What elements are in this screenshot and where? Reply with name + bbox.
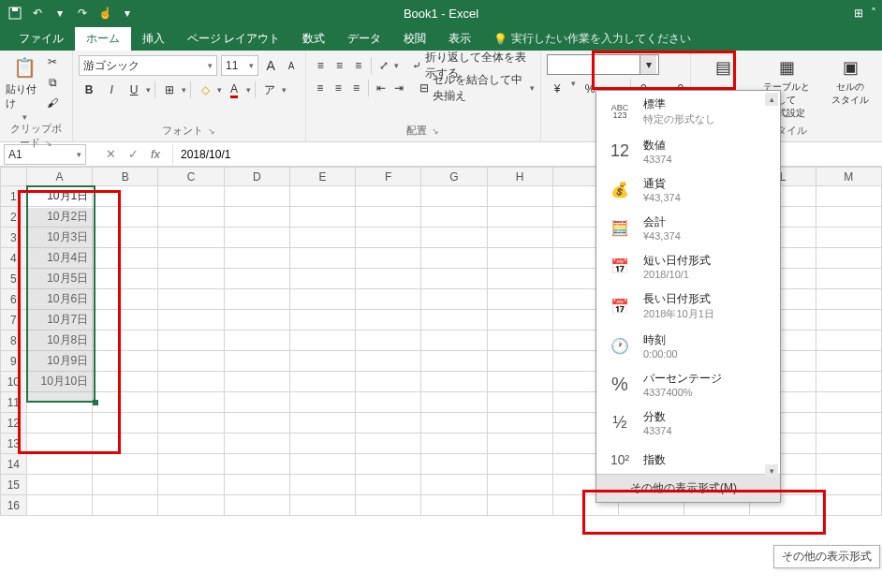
cell[interactable]: 10月10日 xyxy=(26,372,93,392)
cell[interactable]: 10月8日 xyxy=(26,331,93,351)
copy-icon[interactable]: ⧉ xyxy=(45,75,60,90)
cell[interactable] xyxy=(289,475,355,495)
cell[interactable] xyxy=(93,434,158,454)
tell-me-search[interactable]: 💡 実行したい作業を入力してください xyxy=(493,31,691,51)
col-header[interactable]: H xyxy=(487,168,552,186)
cell[interactable] xyxy=(421,310,487,331)
cell[interactable] xyxy=(421,186,487,207)
cell[interactable] xyxy=(816,495,881,516)
col-header[interactable]: C xyxy=(158,168,224,186)
tab-view[interactable]: 表示 xyxy=(437,27,482,51)
cell[interactable] xyxy=(93,228,158,248)
chevron-down-icon[interactable]: ▾ xyxy=(571,79,576,99)
cell[interactable] xyxy=(289,207,355,228)
cell[interactable] xyxy=(93,269,158,289)
cell[interactable] xyxy=(487,331,552,351)
cell[interactable] xyxy=(816,392,881,413)
cell[interactable] xyxy=(26,475,93,495)
cell[interactable] xyxy=(158,269,224,289)
cell[interactable] xyxy=(289,351,355,372)
cell[interactable] xyxy=(356,248,421,269)
cell[interactable] xyxy=(26,495,93,516)
cell[interactable] xyxy=(421,413,487,434)
cell[interactable] xyxy=(158,351,224,372)
cell[interactable] xyxy=(421,269,487,289)
tab-insert[interactable]: 挿入 xyxy=(131,27,176,51)
col-header[interactable]: D xyxy=(224,168,289,186)
cell[interactable] xyxy=(289,248,355,269)
font-color-button[interactable]: A xyxy=(224,80,244,100)
format-option-accounting[interactable]: 🧮 会計¥43,374 xyxy=(596,209,780,247)
cell[interactable] xyxy=(816,475,881,495)
undo-dropdown-icon[interactable]: ▾ xyxy=(52,6,67,21)
row-header[interactable]: 9 xyxy=(1,351,27,372)
format-option-currency[interactable]: 💰 通貨¥43,374 xyxy=(596,170,780,209)
cell[interactable]: 10月9日 xyxy=(26,351,93,372)
ribbon-options-icon[interactable]: ⊞ xyxy=(854,7,863,20)
redo-icon[interactable]: ↷ xyxy=(75,6,90,21)
decrease-indent-icon[interactable]: ⇤ xyxy=(373,78,389,98)
scroll-up-icon[interactable]: ▴ xyxy=(765,93,778,106)
cell[interactable] xyxy=(356,413,421,434)
font-name-combo[interactable]: 游ゴシック▾ xyxy=(79,55,217,76)
cell[interactable] xyxy=(356,310,421,331)
fill-color-button[interactable]: ◇ xyxy=(195,80,215,100)
cell[interactable] xyxy=(224,269,289,289)
align-bottom-icon[interactable]: ≡ xyxy=(350,55,367,76)
fx-button[interactable]: fx xyxy=(144,144,167,165)
cell[interactable] xyxy=(289,454,355,475)
chevron-down-icon[interactable]: ▾ xyxy=(182,85,186,95)
dialog-launcher-icon[interactable]: ↘ xyxy=(207,126,216,136)
cell[interactable] xyxy=(158,207,224,228)
chevron-down-icon[interactable]: ▾ xyxy=(394,61,399,70)
tab-home[interactable]: ホーム xyxy=(75,27,131,51)
cell[interactable] xyxy=(158,310,224,331)
row-header[interactable]: 13 xyxy=(1,434,27,454)
phonetic-button[interactable]: ア xyxy=(259,80,280,100)
save-icon[interactable] xyxy=(7,6,22,21)
cell[interactable] xyxy=(289,331,355,351)
tab-review[interactable]: 校閲 xyxy=(392,27,437,51)
cell[interactable] xyxy=(487,454,552,475)
cell[interactable] xyxy=(487,289,552,310)
row-header[interactable]: 3 xyxy=(1,228,27,248)
cell[interactable] xyxy=(816,372,881,392)
underline-button[interactable]: U xyxy=(124,80,144,100)
cell[interactable] xyxy=(356,475,421,495)
row-header[interactable]: 11 xyxy=(1,392,27,413)
col-header[interactable]: A xyxy=(26,168,93,186)
cell[interactable] xyxy=(224,207,289,228)
cell[interactable]: 10月6日 xyxy=(26,289,93,310)
row-header[interactable]: 2 xyxy=(1,207,27,228)
cell[interactable] xyxy=(158,413,224,434)
cell[interactable] xyxy=(158,372,224,392)
cell[interactable] xyxy=(93,248,158,269)
cell[interactable] xyxy=(93,207,158,228)
cell[interactable]: 10月1日 xyxy=(26,186,93,207)
cell[interactable] xyxy=(93,310,158,331)
increase-indent-icon[interactable]: ⇥ xyxy=(390,78,406,98)
cell[interactable] xyxy=(158,392,224,413)
col-header[interactable]: E xyxy=(289,168,355,186)
cell[interactable] xyxy=(224,351,289,372)
cell[interactable] xyxy=(356,434,421,454)
cell[interactable] xyxy=(356,228,421,248)
chevron-down-icon[interactable]: ▾ xyxy=(282,85,287,95)
cell[interactable] xyxy=(224,413,289,434)
align-right-icon[interactable]: ≡ xyxy=(348,78,364,98)
cell[interactable] xyxy=(93,351,158,372)
cell[interactable]: 10月7日 xyxy=(26,310,93,331)
cell[interactable] xyxy=(816,331,881,351)
cell[interactable] xyxy=(487,248,552,269)
align-middle-icon[interactable]: ≡ xyxy=(331,55,347,76)
cell[interactable]: 10月2日 xyxy=(26,207,93,228)
cell[interactable] xyxy=(224,248,289,269)
cell[interactable] xyxy=(93,392,158,413)
chevron-down-icon[interactable]: ▾ xyxy=(146,85,151,95)
col-header[interactable]: B xyxy=(93,168,158,186)
cell[interactable] xyxy=(816,434,881,454)
cut-icon[interactable]: ✂ xyxy=(45,54,60,69)
cell[interactable] xyxy=(224,392,289,413)
cell[interactable] xyxy=(224,186,289,207)
align-left-icon[interactable]: ≡ xyxy=(312,78,328,98)
